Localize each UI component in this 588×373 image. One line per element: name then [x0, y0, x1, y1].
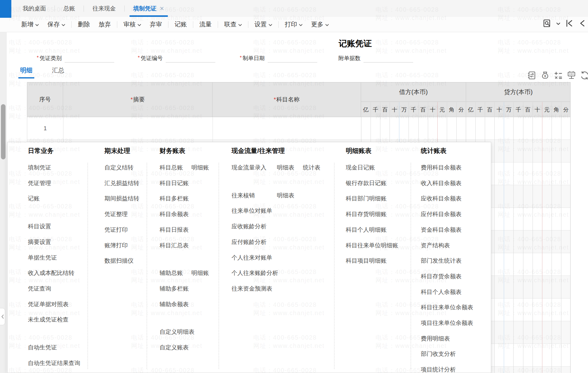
menu-item-现金日记账[interactable]: 现金日记账 — [346, 164, 375, 172]
menu-item-科目日记账[interactable]: 科目日记账 — [160, 179, 189, 187]
menu-item-明细账[interactable]: 明细账 — [191, 164, 209, 172]
menu-item-银行存款日记账[interactable]: 银行存款日记账 — [346, 179, 386, 187]
tab-我的桌面[interactable]: 我的桌面 — [18, 0, 50, 17]
menu-item-资金科目余额表[interactable]: 资金科目余额表 — [421, 226, 462, 234]
menu-item-凭证单据对照表[interactable]: 凭证单据对照表 — [28, 300, 69, 308]
menu-item-记账[interactable]: 记账 — [28, 195, 40, 203]
menu-item-个人往来账龄分析[interactable]: 个人往来账龄分析 — [232, 269, 278, 277]
menu-item-往来资金预测表[interactable]: 往来资金预测表 — [232, 285, 272, 293]
menu-item-数据扫描仪[interactable]: 数据扫描仪 — [104, 257, 134, 265]
menu-item-应付科目余额表[interactable]: 应付科目余额表 — [421, 210, 462, 218]
scrollbar-thumb[interactable] — [1, 104, 6, 159]
menu-item-科目个人明细账[interactable]: 科目个人明细账 — [346, 226, 386, 234]
toolbar-button-打印[interactable]: 打印 — [285, 20, 303, 29]
menu-item-项目往来单位余额表[interactable]: 项目往来单位余额表 — [421, 319, 473, 327]
menu-item-应收账龄分析[interactable]: 应收账龄分析 — [232, 223, 266, 230]
menu-item-应付账龄分析[interactable]: 应付账龄分析 — [232, 238, 266, 246]
menu-item-收入成本配比结转[interactable]: 收入成本配比结转 — [28, 269, 74, 277]
menu-item-自动生凭证结果查询[interactable]: 自动生凭证结果查询 — [28, 359, 80, 367]
chevron-down-icon[interactable] — [556, 21, 560, 27]
col-account-label: 科目名称 — [276, 96, 300, 104]
menu-item-往来单位对账单[interactable]: 往来单位对账单 — [232, 207, 272, 215]
menu-item-未生成凭证检查[interactable]: 未生成凭证检查 — [28, 316, 69, 324]
toolbar-button-记账[interactable]: 记账 — [175, 20, 187, 29]
toolbar-button-删除[interactable]: 删除 — [78, 20, 90, 29]
field-input-凭证编号[interactable] — [166, 55, 215, 63]
menu-item-资产结构表[interactable]: 资产结构表 — [421, 242, 450, 249]
menu-item-应收科目余额表[interactable]: 应收科目余额表 — [421, 195, 462, 203]
menu-item-统计表[interactable]: 统计表 — [303, 164, 320, 172]
ledger-transfer-icon[interactable] — [527, 71, 537, 81]
menu-item-明细表[interactable]: 明细表 — [277, 192, 294, 200]
menu-item-汇兑损益结转[interactable]: 汇兑损益结转 — [104, 179, 139, 187]
menu-item-科目项目明细账[interactable]: 科目项目明细账 — [346, 257, 386, 265]
menu-item-费用科目余额表[interactable]: 费用科目余额表 — [421, 164, 462, 172]
view-tab-明细[interactable]: 明细 — [18, 66, 34, 78]
toolbar-button-流量[interactable]: 流量 — [199, 20, 212, 29]
menu-item-科目日报表[interactable]: 科目日报表 — [160, 226, 189, 234]
menu-item-科目部门明细账[interactable]: 科目部门明细账 — [346, 195, 386, 203]
menu-item-科目个人余额表[interactable]: 科目个人余额表 — [421, 288, 462, 296]
menu-item-科目余额表[interactable]: 科目余额表 — [160, 210, 189, 218]
menu-item-科目多栏账[interactable]: 科目多栏账 — [160, 195, 189, 203]
calculator-icon[interactable] — [554, 71, 563, 81]
toolbar-button-弃审[interactable]: 弃审 — [150, 20, 162, 29]
menu-item-个人往来对账单[interactable]: 个人往来对账单 — [232, 254, 272, 262]
preview-search-icon[interactable] — [543, 19, 551, 29]
menu-item-自定义明细表[interactable]: 自定义明细表 — [160, 328, 194, 336]
menu-item-科目往来单位明细账[interactable]: 科目往来单位明细账 — [346, 242, 398, 249]
toolbar-button-新增[interactable]: 新增 — [21, 20, 39, 29]
menu-item-科目存货明细账[interactable]: 科目存货明细账 — [346, 210, 386, 218]
menu-item-部门收支分析[interactable]: 部门收支分析 — [421, 350, 456, 358]
menu-item-辅助余额表[interactable]: 辅助余额表 — [160, 300, 189, 308]
menu-item-科目汇总表[interactable]: 科目汇总表 — [160, 242, 189, 249]
go-first-icon[interactable] — [565, 19, 573, 29]
tab-总账[interactable]: 总账 — [59, 0, 79, 17]
menu-item-部门发生统计表[interactable]: 部门发生统计表 — [421, 257, 462, 265]
toolbar-button-审核[interactable]: 审核 — [123, 20, 141, 29]
menu-item-收入科目余额表[interactable]: 收入科目余额表 — [421, 179, 462, 187]
menu-item-明细账[interactable]: 明细账 — [191, 269, 209, 277]
menu-item-账簿打印[interactable]: 账簿打印 — [104, 242, 128, 249]
toolbar-button-放弃[interactable]: 放弃 — [99, 20, 111, 29]
menu-item-凭证打印[interactable]: 凭证打印 — [104, 226, 128, 234]
menu-item-凭证查询[interactable]: 凭证查询 — [28, 285, 51, 293]
menu-item-科目往来单位余额表[interactable]: 科目往来单位余额表 — [421, 303, 473, 311]
field-input-凭证类别[interactable] — [65, 55, 114, 63]
display-board-icon[interactable] — [567, 71, 576, 81]
menu-item-费用明细表[interactable]: 费用明细表 — [421, 335, 450, 343]
menu-item-自动生凭证[interactable]: 自动生凭证 — [28, 344, 57, 352]
menu-item-期间损益结转[interactable]: 期间损益结转 — [104, 195, 139, 203]
tab-往来现金[interactable]: 往来现金 — [88, 0, 120, 17]
view-tab-汇总[interactable]: 汇总 — [50, 66, 66, 78]
menu-item-明细表[interactable]: 明细表 — [277, 164, 294, 172]
field-input-附单据数[interactable] — [364, 55, 413, 63]
field-input-制单日期[interactable] — [268, 55, 317, 63]
go-previous-icon[interactable] — [578, 19, 586, 29]
menu-item-单据生凭证[interactable]: 单据生凭证 — [28, 254, 57, 262]
menu-item-凭证整理[interactable]: 凭证整理 — [104, 210, 128, 218]
toolbar-button-保存[interactable]: 保存 — [47, 20, 65, 29]
menu-item-辅助多栏账[interactable]: 辅助多栏账 — [160, 285, 189, 293]
money-bag-icon[interactable]: ¥ — [541, 71, 550, 81]
menu-item-自定义结转[interactable]: 自定义结转 — [104, 164, 134, 172]
toolbar-button-更多[interactable]: 更多 — [311, 20, 329, 29]
menu-item-自定义账表[interactable]: 自定义账表 — [160, 344, 189, 352]
menu-item-科目设置[interactable]: 科目设置 — [28, 223, 51, 230]
menu-item-辅助总账[interactable]: 辅助总账 — [160, 269, 183, 277]
menu-item-科目总账[interactable]: 科目总账 — [160, 164, 183, 172]
tab-填制凭证[interactable]: 填制凭证✕ — [129, 0, 168, 17]
voucher-row[interactable] — [27, 117, 571, 140]
refresh-icon[interactable] — [580, 71, 588, 81]
toolbar-button-设置[interactable]: 设置 — [254, 20, 272, 29]
menu-item-凭证管理[interactable]: 凭证管理 — [28, 179, 51, 187]
menu-item-摘要设置[interactable]: 摘要设置 — [28, 238, 51, 246]
menu-item-项目统计分析[interactable]: 项目统计分析 — [421, 366, 456, 373]
menu-item-往来核销[interactable]: 往来核销 — [232, 192, 268, 200]
toolbar-button-联查[interactable]: 联查 — [224, 20, 242, 29]
close-icon[interactable]: ✕ — [160, 5, 164, 12]
menu-item-填制凭证[interactable]: 填制凭证 — [28, 164, 51, 172]
menu-item-科目存货余额表[interactable]: 科目存货余额表 — [421, 272, 462, 280]
collapse-panel-handle[interactable] — [0, 308, 5, 325]
menu-item-现金流量录入[interactable]: 现金流量录入 — [232, 164, 268, 172]
